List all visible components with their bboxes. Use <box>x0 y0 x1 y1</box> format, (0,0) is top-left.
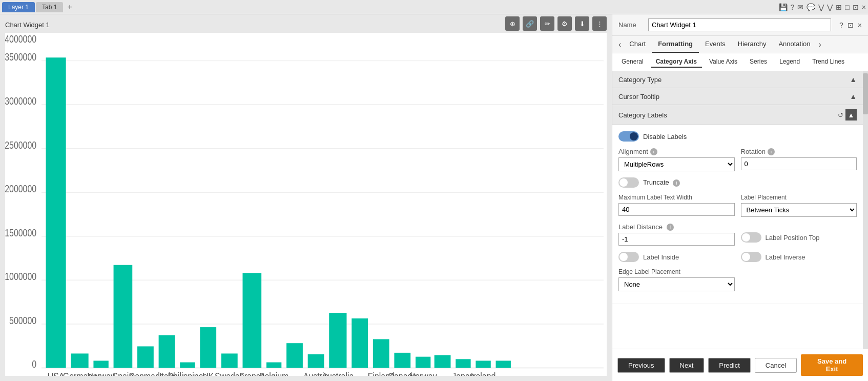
widget-name-input[interactable] <box>648 18 831 31</box>
close-topbar-icon[interactable]: × <box>862 3 866 11</box>
category-labels-toggle-icon[interactable]: ▲ <box>845 109 857 121</box>
label-distance-col: Label Distance i <box>618 223 735 246</box>
link-btn[interactable]: 🔗 <box>523 16 537 31</box>
download-btn[interactable]: ⬇ <box>575 16 589 31</box>
svg-rect-51 <box>416 357 430 368</box>
label-distance-info-icon[interactable]: i <box>667 224 674 231</box>
svg-rect-55 <box>456 359 470 368</box>
next-button[interactable]: Next <box>669 358 705 373</box>
save-icon[interactable]: 💾 <box>779 3 788 11</box>
svg-rect-29 <box>180 363 195 368</box>
category-labels-refresh-icon[interactable]: ↺ <box>838 109 843 121</box>
truncate-toggle[interactable] <box>618 177 639 188</box>
alignment-select[interactable]: MultipleRows Single Row Wrap <box>618 157 735 171</box>
max-width-placement-row: Maximum Label Text Width Label Placement… <box>618 194 857 217</box>
nav-prev-arrow[interactable]: ‹ <box>616 38 623 51</box>
top-bar: Layer 1 Tab 1 + 💾 ? ✉ 💬 ⋁ ⋁ ⊞ □ ⊡ × <box>0 0 868 14</box>
svg-rect-35 <box>242 273 261 368</box>
previous-button[interactable]: Previous <box>617 358 665 373</box>
sub-tab-general[interactable]: General <box>616 56 649 68</box>
window-icon[interactable]: □ <box>845 3 849 11</box>
alignment-info-icon[interactable]: i <box>650 148 657 155</box>
label-placement-col: Label Placement Between Ticks On Ticks <box>741 194 857 217</box>
panel-close-icon[interactable]: × <box>858 21 862 29</box>
panel-scrollbar[interactable] <box>863 71 868 349</box>
svg-text:0: 0 <box>32 359 36 370</box>
svg-rect-45 <box>352 318 368 368</box>
nav-tab-hierarchy[interactable]: Hierarchy <box>732 36 773 53</box>
rotation-col: Rotation i <box>741 148 857 170</box>
sub-tab-trend-lines[interactable]: Trend Lines <box>807 56 850 68</box>
svg-text:Denmark: Denmark <box>129 371 162 376</box>
panel-help-icon[interactable]: ? <box>839 21 843 29</box>
max-label-width-input[interactable] <box>618 203 735 216</box>
edit-btn[interactable]: ✏ <box>540 16 554 31</box>
cursor-tooltip-collapse-btn[interactable]: ▲ <box>850 92 857 101</box>
svg-rect-47 <box>373 339 389 368</box>
sub-tab-legend[interactable]: Legend <box>774 56 805 68</box>
rotation-input[interactable] <box>741 157 857 170</box>
nav-tab-annotation[interactable]: Annotation <box>772 36 816 53</box>
label-inverse-toggle[interactable] <box>741 252 761 262</box>
add-tab-button[interactable]: + <box>64 3 75 12</box>
nav-tab-formatting[interactable]: Formatting <box>652 36 699 53</box>
more-btn[interactable]: ⋮ <box>592 16 607 31</box>
svg-rect-23 <box>114 265 133 368</box>
save-exit-button[interactable]: Save and Exit <box>801 354 863 376</box>
label-position-top-toggle[interactable] <box>741 232 761 243</box>
dash-icon[interactable]: ⊡ <box>853 3 859 11</box>
label-inside-toggle[interactable] <box>618 252 639 262</box>
sub-tab-category-axis[interactable]: Category Axis <box>651 56 702 68</box>
truncate-info-icon[interactable]: i <box>673 179 680 187</box>
svg-text:Norway: Norway <box>87 371 115 376</box>
panel-header-icons: ? ⊡ × <box>839 21 862 29</box>
chat-icon[interactable]: 💬 <box>807 3 815 11</box>
cursor-tooltip-title: Cursor Tooltip <box>618 93 659 101</box>
nav-tab-events[interactable]: Events <box>699 36 732 53</box>
svg-text:3500000: 3500000 <box>5 52 36 63</box>
svg-rect-17 <box>46 57 66 368</box>
panel-expand-icon[interactable]: ⊡ <box>848 21 854 29</box>
nav-next-arrow[interactable]: › <box>817 38 823 51</box>
label-inside-col: Label Inside <box>618 252 735 262</box>
chart-area: 0 500000 1000000 1500000 2000000 2500000… <box>5 33 607 376</box>
filter1-icon[interactable]: ⋁ <box>818 3 824 11</box>
name-label: Name <box>618 21 644 29</box>
sub-tab-value-axis[interactable]: Value Axis <box>704 56 742 68</box>
mail-icon[interactable]: ✉ <box>797 3 803 11</box>
edge-label-placement-select[interactable]: None Start End Both <box>618 277 735 291</box>
label-distance-input[interactable] <box>618 233 735 246</box>
grid-icon[interactable]: ⊞ <box>836 3 842 11</box>
cancel-button[interactable]: Cancel <box>755 358 797 373</box>
layer1-tab[interactable]: Layer 1 <box>2 2 35 12</box>
svg-text:Australia: Australia <box>322 371 354 376</box>
scrollbar-thumb[interactable] <box>863 73 868 114</box>
sub-tab-series[interactable]: Series <box>745 56 772 68</box>
filter2-icon[interactable]: ⋁ <box>827 3 833 11</box>
rotation-info-icon[interactable]: i <box>768 148 775 155</box>
predict-button[interactable]: Predict <box>708 358 750 373</box>
help-icon[interactable]: ? <box>791 3 795 11</box>
right-panel: Name ? ⊡ × ‹ Chart Formatting Events Hie… <box>612 14 868 381</box>
alignment-col: Alignment i MultipleRows Single Row Wrap <box>618 148 735 171</box>
left-panel: Chart Widget 1 ⊕ 🔗 ✏ ⚙ ⬇ ⋮ 0 500000 1000… <box>0 14 612 381</box>
svg-text:4000000: 4000000 <box>5 33 36 45</box>
category-labels-section-header[interactable]: Category Labels ↺ ▲ <box>612 105 863 125</box>
panel-header: Name ? ⊡ × <box>612 14 868 36</box>
nav-tab-chart[interactable]: Chart <box>623 36 652 53</box>
truncate-label: Truncate i <box>643 178 680 187</box>
label-placement-select[interactable]: Between Ticks On Ticks <box>741 203 857 217</box>
max-label-col: Maximum Label Text Width <box>618 194 735 216</box>
move-btn[interactable]: ⊕ <box>505 16 520 31</box>
category-labels-title: Category Labels <box>618 111 667 119</box>
cursor-tooltip-section-header[interactable]: Cursor Tooltip ▲ <box>612 88 863 105</box>
svg-text:UK: UK <box>202 371 214 376</box>
category-type-collapse-btn[interactable]: ▲ <box>850 75 857 84</box>
disable-labels-toggle[interactable] <box>618 131 639 142</box>
category-type-section-header[interactable]: Category Type ▲ <box>612 71 863 88</box>
svg-text:Philippines: Philippines <box>168 371 207 376</box>
label-position-top-label: Label Position Top <box>766 234 820 242</box>
label-position-top-col: spacer Label Position Top <box>741 223 857 243</box>
settings-btn[interactable]: ⚙ <box>557 16 572 31</box>
tab1-tab[interactable]: Tab 1 <box>36 2 63 12</box>
